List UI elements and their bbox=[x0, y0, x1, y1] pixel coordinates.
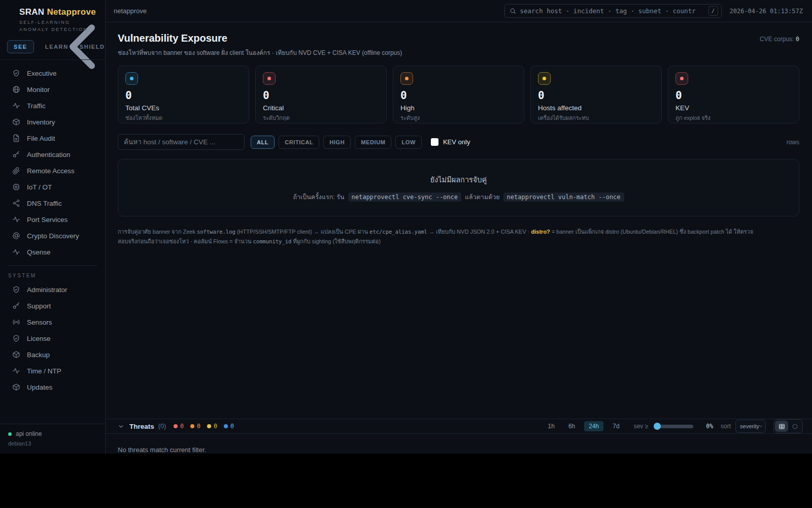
low-count: 0 bbox=[224, 423, 234, 430]
range-6h-button[interactable]: 6h bbox=[564, 421, 580, 431]
key-icon bbox=[12, 302, 20, 310]
medium-count: 0 bbox=[207, 423, 217, 430]
threats-count: (0) bbox=[158, 423, 166, 430]
filter-critical-button[interactable]: CRITICAL bbox=[279, 136, 319, 149]
sidebar-item-port-services[interactable]: Port Services bbox=[0, 211, 105, 228]
sort-label: sort bbox=[721, 423, 731, 430]
app-tagline: SELF-LEARNINGANOMALY DETECTION bbox=[19, 19, 96, 33]
hostname: debian13 bbox=[8, 440, 97, 447]
high-badge-icon bbox=[400, 72, 413, 85]
global-search[interactable]: / bbox=[504, 4, 722, 18]
sort-select[interactable]: severity bbox=[735, 420, 766, 433]
sidebar-item-support[interactable]: Support bbox=[0, 298, 105, 314]
range-1h-button[interactable]: 1h bbox=[544, 421, 559, 431]
stat-value: 0 bbox=[125, 89, 242, 102]
range-7d-button[interactable]: 7d bbox=[608, 421, 624, 431]
sidebar-item-sensors[interactable]: Sensors bbox=[0, 314, 105, 330]
page-title: Vulnerability Exposure bbox=[118, 33, 402, 44]
system-section-label: SYSTEM bbox=[0, 266, 105, 281]
sidebar-footer: api online debian13 bbox=[0, 424, 105, 454]
sidebar-item-traffic[interactable]: Traffic bbox=[0, 98, 105, 114]
at-sign-icon bbox=[12, 232, 20, 240]
page-header: Vulnerability Exposure ช่องโหว่ที่พบจาก … bbox=[106, 33, 812, 57]
severity-filter-group: ALL CRITICAL HIGH MEDIUM LOW bbox=[251, 136, 422, 149]
threats-controls: 1h 6h 24h 7d sev ≥ 0% sort severity bbox=[544, 419, 803, 433]
sidebar-item-executive[interactable]: Executive bbox=[0, 65, 105, 81]
critical-count: 0 bbox=[174, 423, 184, 430]
threats-empty-text: No threats match current filter. bbox=[106, 434, 812, 454]
sidebar-item-file-audit[interactable]: File Audit bbox=[0, 130, 105, 146]
filter-low-button[interactable]: LOW bbox=[395, 136, 421, 149]
slider-thumb[interactable] bbox=[654, 423, 661, 430]
sidebar-item-monitor[interactable]: Monitor bbox=[0, 81, 105, 98]
empty-state-hint: ถ้าเป็นครั้งแรก: รัน netapprovectl cve-s… bbox=[293, 192, 624, 202]
rows-label: rows bbox=[787, 139, 799, 146]
sidebar-item-dns-traffic[interactable]: DNS Traffic bbox=[0, 195, 105, 211]
distro-highlight: distro? bbox=[531, 229, 550, 235]
stat-sublabel: ช่องโหว่ทั้งหมด bbox=[125, 113, 242, 122]
sidebar-item-crypto-discovery[interactable]: Crypto Discovery bbox=[0, 228, 105, 244]
chevron-down-icon[interactable] bbox=[118, 423, 124, 430]
stat-sublabel: เครื่องได้รับผลกระทบ bbox=[538, 113, 654, 122]
sidebar-item-updates[interactable]: Updates bbox=[0, 379, 105, 395]
high-dot-icon bbox=[190, 424, 194, 428]
stat-card-total-cves: 0 Total CVEs ช่องโหว่ทั้งหมด bbox=[118, 66, 249, 123]
sidebar-item-license[interactable]: License bbox=[0, 330, 105, 346]
cpu-icon bbox=[12, 183, 20, 191]
hosts-badge-icon bbox=[538, 72, 551, 85]
cube-icon bbox=[12, 118, 20, 126]
shield-check-icon bbox=[12, 69, 20, 77]
vuln-results-empty-state: ยังไม่มีผลการจับคู่ ถ้าเป็นครั้งแรก: รัน… bbox=[118, 159, 799, 216]
stat-label: High bbox=[400, 104, 517, 112]
filter-high-button[interactable]: HIGH bbox=[323, 136, 351, 149]
api-status: api online bbox=[8, 430, 97, 437]
methodology-footnote: การจับคู่อาศัย banner จาก Zeek software.… bbox=[106, 227, 775, 247]
range-24h-button[interactable]: 24h bbox=[584, 421, 603, 431]
vuln-filter-bar: ALL CRITICAL HIGH MEDIUM LOW KEV only ro… bbox=[106, 134, 812, 150]
shortcut-key-badge: / bbox=[708, 6, 718, 16]
shield-check-icon bbox=[12, 285, 20, 294]
table-view-button[interactable] bbox=[775, 421, 788, 432]
vuln-search-input[interactable] bbox=[118, 134, 245, 150]
sev-threshold-label: sev ≥ bbox=[634, 423, 649, 430]
radar-view-button[interactable] bbox=[788, 421, 801, 432]
kev-only-checkbox[interactable]: KEV only bbox=[431, 138, 470, 146]
app-title: SRAN Netapprove bbox=[19, 7, 96, 17]
tab-see[interactable]: SEE bbox=[7, 40, 34, 53]
table-icon bbox=[779, 423, 785, 430]
sidebar-item-inventory[interactable]: Inventory bbox=[0, 114, 105, 130]
global-search-input[interactable] bbox=[520, 7, 704, 15]
breadcrumb: netapprove bbox=[114, 7, 147, 15]
cube-icon bbox=[12, 383, 20, 391]
sidebar-item-backup[interactable]: Backup bbox=[0, 346, 105, 363]
sev-threshold-slider[interactable] bbox=[655, 425, 693, 428]
sidebar-item-time-ntp[interactable]: Time / NTP bbox=[0, 363, 105, 379]
stat-value: 0 bbox=[675, 89, 792, 102]
stat-label: KEV bbox=[675, 104, 792, 112]
status-dot bbox=[8, 432, 12, 436]
threats-title: Threats bbox=[129, 423, 154, 430]
checkbox-icon[interactable] bbox=[431, 138, 438, 146]
tab-shield[interactable]: SHIELD bbox=[80, 44, 105, 50]
stat-card-kev: 0 KEV ถูก exploit จริง bbox=[668, 66, 799, 123]
community-id-field: community_id bbox=[253, 238, 292, 244]
stat-value: 0 bbox=[538, 89, 654, 102]
sidebar-item-authentication[interactable]: Authentication bbox=[0, 146, 105, 163]
filter-medium-button[interactable]: MEDIUM bbox=[355, 136, 391, 149]
total-cves-badge-icon bbox=[125, 72, 138, 85]
stat-sublabel: ถูก exploit จริง bbox=[675, 113, 792, 122]
sidebar-item-remote-access[interactable]: Remote Access bbox=[0, 163, 105, 179]
threats-section-header: Threats (0) 0 0 0 0 1h 6h 24h 7d sev ≥ 0… bbox=[106, 419, 812, 434]
tab-learn[interactable]: LEARN bbox=[45, 44, 69, 50]
stat-label: Hosts affected bbox=[538, 104, 654, 112]
filter-all-button[interactable]: ALL bbox=[251, 136, 275, 149]
sidebar-nav: Executive Monitor Traffic Inventory File… bbox=[0, 60, 105, 395]
mode-tabs: SEE LEARN SHIELD bbox=[0, 33, 105, 60]
page-subtitle: ช่องโหว่ที่พบจาก banner ของ software ฝั่… bbox=[118, 48, 402, 57]
sidebar-item-qsense[interactable]: Qsense bbox=[0, 244, 105, 260]
topbar: netapprove / 2026-04-26 01:13:57Z bbox=[106, 0, 812, 22]
collapse-sidebar-icon[interactable] bbox=[6, 9, 15, 18]
sidebar-item-iot-ot[interactable]: IoT / OT bbox=[0, 179, 105, 195]
cube-icon bbox=[12, 351, 20, 359]
sidebar-item-administrator[interactable]: Administrator bbox=[0, 281, 105, 298]
